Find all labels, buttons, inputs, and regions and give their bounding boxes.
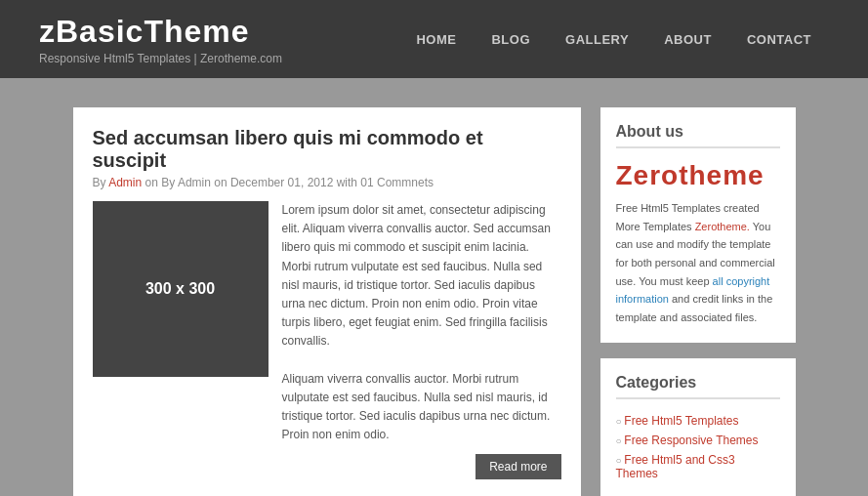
- post-1-author[interactable]: Admin: [108, 176, 142, 189]
- nav-blog[interactable]: BLOG: [474, 22, 548, 57]
- content-wrap: Sed accumsan libero quis mi commodo et s…: [63, 107, 806, 496]
- sidebar-categories: Categories Free Html5 Templates Free Res…: [600, 358, 796, 496]
- logo-subtitle: Responsive Html5 Templates | Zerotheme.c…: [39, 52, 282, 65]
- category-item-2: Free Responsive Themes: [616, 431, 780, 450]
- category-item-1: Free Html5 Templates: [616, 411, 780, 431]
- category-item-3: Free Html5 and Css3 Themes: [616, 450, 780, 483]
- nav-about[interactable]: ABOUT: [646, 22, 729, 57]
- zerotheme-logo: Zerotheme: [616, 160, 780, 191]
- main-nav: HOME BLOG GALLERY ABOUT CONTACT: [398, 22, 829, 57]
- nav-home[interactable]: HOME: [398, 22, 474, 57]
- post-1-meta: By Admin on By Admin on December 01, 201…: [93, 176, 561, 189]
- logo-area: zBasicTheme Responsive Html5 Templates |…: [39, 14, 282, 65]
- post-1-title: Sed accumsan libero quis mi commodo et s…: [93, 127, 561, 172]
- sidebar: About us Zerotheme Free Html5 Templates …: [600, 107, 796, 496]
- post-1-image: 300 x 300: [93, 201, 269, 377]
- category-link-1[interactable]: Free Html5 Templates: [624, 414, 738, 428]
- post-1-text: Lorem ipsum dolor sit amet, consectetur …: [282, 201, 561, 479]
- sidebar-about: About us Zerotheme Free Html5 Templates …: [600, 107, 796, 343]
- category-list: Free Html5 Templates Free Responsive The…: [616, 411, 780, 483]
- category-link-2[interactable]: Free Responsive Themes: [624, 434, 758, 447]
- nav-gallery[interactable]: GALLERY: [548, 22, 646, 57]
- post-1-body: 300 x 300 Lorem ipsum dolor sit amet, co…: [93, 201, 561, 479]
- category-link-3[interactable]: Free Html5 and Css3 Themes: [616, 453, 735, 480]
- about-heading: About us: [616, 123, 780, 148]
- header: zBasicTheme Responsive Html5 Templates |…: [0, 0, 868, 78]
- logo-title: zBasicTheme: [39, 14, 282, 50]
- post-1: Sed accumsan libero quis mi commodo et s…: [73, 107, 581, 496]
- categories-heading: Categories: [616, 374, 780, 399]
- zerotheme-link[interactable]: Zerotheme.: [695, 221, 750, 232]
- main-content: Sed accumsan libero quis mi commodo et s…: [73, 107, 581, 496]
- nav-contact[interactable]: CONTACT: [729, 22, 829, 57]
- about-text: Free Html5 Templates created More Templa…: [616, 199, 780, 327]
- read-more-button[interactable]: Read more: [475, 454, 560, 479]
- read-more-wrap: Read more: [282, 454, 561, 479]
